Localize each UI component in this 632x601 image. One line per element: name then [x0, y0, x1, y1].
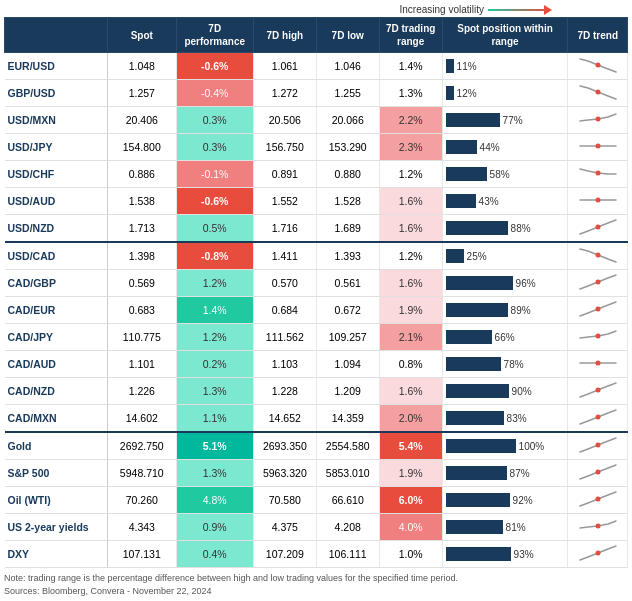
note-section: Note: trading range is the percentage di…: [4, 572, 628, 597]
table-row: USD/MXN 20.406 0.3% 20.506 20.066 2.2% 7…: [5, 107, 628, 134]
spot-position-cell: 92%: [442, 487, 568, 514]
low-value: 14.359: [316, 405, 379, 433]
low-value: 66.610: [316, 487, 379, 514]
table-row: USD/JPY 154.800 0.3% 156.750 153.290 2.3…: [5, 134, 628, 161]
perf-value: 1.4%: [176, 297, 253, 324]
header-perf7d: 7D performance: [176, 18, 253, 53]
table-row: CAD/AUD 1.101 0.2% 1.103 1.094 0.8% 78%: [5, 351, 628, 378]
range-value: 1.2%: [379, 161, 442, 188]
trend-cell: [568, 297, 628, 324]
range-value: 5.4%: [379, 432, 442, 460]
perf-value: 0.9%: [176, 514, 253, 541]
svg-point-4: [595, 171, 600, 176]
spot-bar: [446, 249, 464, 263]
perf-value: -0.4%: [176, 80, 253, 107]
range-value: 1.9%: [379, 460, 442, 487]
spot-pct: 78%: [504, 359, 524, 370]
pair-label: USD/CAD: [5, 242, 108, 270]
spot-value: 1.257: [107, 80, 176, 107]
range-value: 1.2%: [379, 242, 442, 270]
spot-position-cell: 11%: [442, 53, 568, 80]
trend-cell: [568, 215, 628, 243]
table-row: DXY 107.131 0.4% 107.209 106.111 1.0% 93…: [5, 541, 628, 568]
trend-cell: [568, 405, 628, 433]
high-value: 0.684: [253, 297, 316, 324]
pair-label: CAD/GBP: [5, 270, 108, 297]
svg-point-8: [595, 280, 600, 285]
table-row: USD/CHF 0.886 -0.1% 0.891 0.880 1.2% 58%: [5, 161, 628, 188]
pair-label: Oil (WTI): [5, 487, 108, 514]
svg-point-1: [595, 90, 600, 95]
range-value: 1.6%: [379, 188, 442, 215]
trend-cell: [568, 188, 628, 215]
table-row: Oil (WTI) 70.260 4.8% 70.580 66.610 6.0%…: [5, 487, 628, 514]
svg-point-18: [595, 551, 600, 556]
spot-position-cell: 83%: [442, 405, 568, 433]
spot-pct: 11%: [457, 61, 477, 72]
svg-point-3: [595, 144, 600, 149]
fx-table: Spot 7D performance 7D high 7D low 7D tr…: [4, 17, 628, 568]
pair-label: S&P 500: [5, 460, 108, 487]
range-value: 2.1%: [379, 324, 442, 351]
spot-position-cell: 93%: [442, 541, 568, 568]
low-value: 0.561: [316, 270, 379, 297]
spot-pct: 90%: [512, 386, 532, 397]
trend-cell: [568, 351, 628, 378]
spot-value: 0.683: [107, 297, 176, 324]
perf-value: -0.1%: [176, 161, 253, 188]
perf-value: 1.2%: [176, 270, 253, 297]
spot-position-cell: 88%: [442, 215, 568, 243]
spot-bar: [446, 411, 504, 425]
perf-value: 1.2%: [176, 324, 253, 351]
volatility-header: Increasing volatility: [4, 4, 628, 15]
range-value: 2.3%: [379, 134, 442, 161]
spot-value: 2692.750: [107, 432, 176, 460]
table-row: CAD/JPY 110.775 1.2% 111.562 109.257 2.1…: [5, 324, 628, 351]
spot-bar: [446, 439, 516, 453]
low-value: 0.880: [316, 161, 379, 188]
svg-point-12: [595, 388, 600, 393]
spot-bar: [446, 466, 507, 480]
spot-position-cell: 96%: [442, 270, 568, 297]
low-value: 1.528: [316, 188, 379, 215]
header-low7d: 7D low: [316, 18, 379, 53]
perf-value: 0.2%: [176, 351, 253, 378]
spot-bar: [446, 357, 501, 371]
low-value: 4.208: [316, 514, 379, 541]
pair-label: USD/JPY: [5, 134, 108, 161]
svg-point-0: [595, 63, 600, 68]
spot-pct: 83%: [507, 413, 527, 424]
spot-position-cell: 87%: [442, 460, 568, 487]
range-value: 1.0%: [379, 541, 442, 568]
svg-point-2: [595, 117, 600, 122]
arrow-line: [488, 9, 548, 11]
header-spotpos: Spot position within range: [442, 18, 568, 53]
source-text: Sources: Bloomberg, Convera - November 2…: [4, 585, 628, 598]
perf-value: 5.1%: [176, 432, 253, 460]
range-value: 1.6%: [379, 270, 442, 297]
spot-pct: 43%: [479, 196, 499, 207]
spot-pct: 44%: [480, 142, 500, 153]
low-value: 20.066: [316, 107, 379, 134]
spot-bar: [446, 167, 487, 181]
spot-position-cell: 44%: [442, 134, 568, 161]
spot-position-cell: 58%: [442, 161, 568, 188]
spot-pct: 88%: [511, 223, 531, 234]
spot-pct: 92%: [513, 495, 533, 506]
low-value: 1.689: [316, 215, 379, 243]
perf-value: 4.8%: [176, 487, 253, 514]
low-value: 5853.010: [316, 460, 379, 487]
perf-value: 1.3%: [176, 378, 253, 405]
pair-label: CAD/JPY: [5, 324, 108, 351]
spot-value: 14.602: [107, 405, 176, 433]
perf-value: 0.4%: [176, 541, 253, 568]
spot-pct: 100%: [519, 441, 545, 452]
spot-value: 4.343: [107, 514, 176, 541]
svg-point-5: [595, 198, 600, 203]
pair-label: USD/AUD: [5, 188, 108, 215]
low-value: 1.393: [316, 242, 379, 270]
low-value: 0.672: [316, 297, 379, 324]
table-row: CAD/EUR 0.683 1.4% 0.684 0.672 1.9% 89%: [5, 297, 628, 324]
spot-pct: 93%: [514, 549, 534, 560]
pair-label: US 2-year yields: [5, 514, 108, 541]
